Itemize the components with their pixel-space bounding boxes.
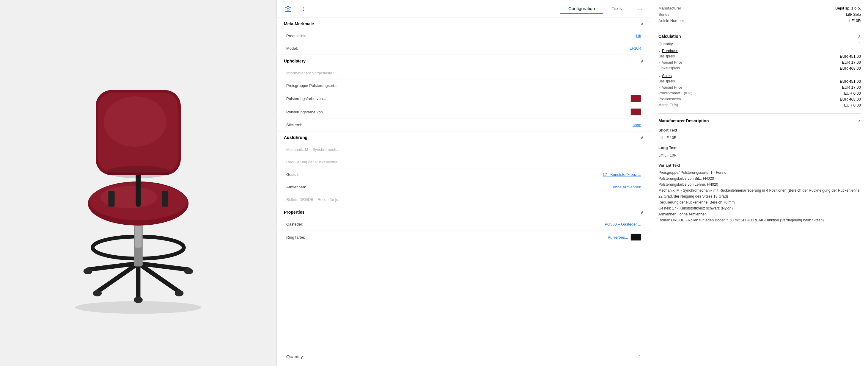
value-purchase-variant: EUR 17.00 xyxy=(842,60,861,64)
label-manufacturer: Manufacturer xyxy=(658,6,694,10)
label-model: Model: xyxy=(286,46,629,51)
value-manufacturer: Bejot sp. z o.o. xyxy=(835,6,861,10)
calculation-title-text: Calculation xyxy=(658,34,681,39)
calculation-title[interactable]: Calculation ∧ xyxy=(658,34,861,39)
manufacturer-desc-title-text: Manufacturer Description xyxy=(658,118,709,123)
value-armlehnen[interactable]: ohne Armlehnen xyxy=(613,185,641,189)
value-stickerei[interactable]: ohne xyxy=(632,122,641,127)
row-rollen: Rollen: DRGDB – Rollen für je... xyxy=(277,193,651,206)
chevron-manufacturer-desc: ∧ xyxy=(858,119,861,123)
section-title-ausfuhrung: Ausführung xyxy=(284,135,307,140)
value-gestell[interactable]: 17 - Kunststoffkreuz ... xyxy=(602,172,641,177)
sales-basispreis-row: Basispreis EUR 451.00 xyxy=(658,79,861,84)
value-positionsnetto: EUR 468.00 xyxy=(840,97,861,102)
row-informationen: Informationen: Vorgestellte F... xyxy=(277,67,651,80)
label-sales-variant: Variant Price xyxy=(662,85,682,90)
tab-more-button[interactable]: ··· xyxy=(635,4,645,13)
section-title-properties: Properties xyxy=(284,210,304,215)
row-mechanik: Mechanik: M – Synchromech... xyxy=(277,143,651,156)
purchase-collapse-icon: ∨ xyxy=(658,49,661,53)
value-einkaufspreis: EUR 468.00 xyxy=(840,66,861,71)
tab-configuration[interactable]: Configuration xyxy=(560,4,603,14)
row-polsterfarbe-lehne: Polsterungsfarbe von... xyxy=(277,105,651,119)
label-marge: Marge (0 %) xyxy=(658,103,678,107)
section-content-ausfuhrung: Mechanik: M – Synchromech... Regulierung… xyxy=(277,143,651,206)
purchase-variant-label-container: ∨ Variant Price xyxy=(658,60,682,64)
long-text-value: Lift LF 10R xyxy=(658,152,861,158)
label-mechanik: Mechanik: M – Synchromech... xyxy=(286,147,641,152)
sales-collapse-icon: ∨ xyxy=(658,74,661,78)
value-gasfeder[interactable]: PG380 – Gasfeder ... xyxy=(604,222,641,226)
swatch-polsterfarbe-sitz[interactable] xyxy=(630,95,641,102)
svg-point-27 xyxy=(303,6,304,7)
purchase-variant-collapse: ∨ xyxy=(658,60,661,64)
label-purchase-variant: Variant Price xyxy=(662,60,682,64)
variant-text-title: Variant Text xyxy=(658,163,861,169)
section-meta: Meta-Merkmale ∧ Produktlinie: Lift Model… xyxy=(277,18,651,55)
value-sales-basispreis: EUR 451.00 xyxy=(840,79,861,84)
config-header: Configuration Texts ··· xyxy=(277,0,651,18)
calc-quantity-value: 1 xyxy=(859,41,861,46)
label-series: Series xyxy=(658,12,694,17)
section-header-upholstery[interactable]: Upholstery ∧ xyxy=(277,55,651,67)
manufacturer-desc-title[interactable]: Manufacturer Description ∧ xyxy=(658,118,861,123)
label-positionsnetto: Positionsnetto xyxy=(658,97,681,102)
label-rollen: Rollen: DRGDB – Rollen für je... xyxy=(286,197,641,202)
value-produktlinie[interactable]: Lift xyxy=(636,34,641,38)
variant-text-value: Preisgruppe/ Polsterungssorte: 1 - Fenno… xyxy=(658,170,861,223)
value-sales-variant: EUR 17.00 xyxy=(842,85,861,90)
label-polsterfarbe-sitz: Polsterungsfarbe von... xyxy=(286,96,630,101)
config-body: Meta-Merkmale ∧ Produktlinie: Lift Model… xyxy=(277,18,651,347)
value-model[interactable]: LF10R xyxy=(629,46,641,51)
divider-2 xyxy=(658,113,861,114)
svg-rect-25 xyxy=(162,191,168,206)
svg-point-22 xyxy=(104,96,167,147)
section-header-meta[interactable]: Meta-Merkmale ∧ xyxy=(277,18,651,30)
row-model: Model: LF10R xyxy=(277,42,651,55)
row-preisgruppe: Preisgruppe/ Polsterungsort... xyxy=(277,80,651,92)
swatch-ring-farbe[interactable] xyxy=(630,233,641,241)
row-regulierung: Regulierung der Rückenlehne... xyxy=(277,156,651,168)
label-einkaufspreis: Einkaufspreis xyxy=(658,66,680,71)
sales-header[interactable]: ∨ Sales xyxy=(658,74,861,78)
value-ring-farbe[interactable]: Pulverbes... xyxy=(608,235,628,240)
sales-label: Sales xyxy=(662,74,672,78)
svg-point-6 xyxy=(93,290,102,297)
calc-quantity-row: Quantity 1 xyxy=(658,41,861,46)
svg-rect-24 xyxy=(108,191,115,206)
image-panel xyxy=(0,0,276,366)
row-stickerei: Stickerei: ohne xyxy=(277,119,651,131)
chevron-ausfuhrung: ∧ xyxy=(641,135,644,140)
sales-variant-row: ∨ Variant Price EUR 17.00 xyxy=(658,85,861,90)
label-preisgruppe: Preisgruppe/ Polsterungsort... xyxy=(286,83,641,88)
quantity-value: 1 xyxy=(639,354,641,359)
section-header-ausfuhrung[interactable]: Ausführung ∧ xyxy=(277,132,651,143)
chevron-calculation: ∧ xyxy=(858,34,861,39)
label-informationen: Informationen: Vorgestellte F... xyxy=(286,71,641,75)
label-gestell: Gestell: xyxy=(286,172,602,177)
section-properties: Properties ∧ Gasfeder: PG380 – Gasfeder … xyxy=(277,206,651,244)
svg-point-10 xyxy=(134,297,143,303)
purchase-header[interactable]: ∨ Purchase xyxy=(658,49,861,53)
chevron-meta: ∧ xyxy=(641,22,644,26)
row-gestell: Gestell: 17 - Kunststoffkreuz ... xyxy=(277,168,651,181)
long-text-title: Long Text xyxy=(658,145,861,151)
value-prozentrabatt: EUR 0.00 xyxy=(844,91,861,95)
sales-variant-label-container: ∨ Variant Price xyxy=(658,85,682,90)
swatch-polsterfarbe-lehne[interactable] xyxy=(630,108,641,115)
section-title-meta: Meta-Merkmale xyxy=(284,22,314,26)
more-options-button[interactable] xyxy=(298,4,309,14)
row-gasfeder: Gasfeder: PG380 – Gasfeder ... xyxy=(277,218,651,231)
chevron-upholstery: ∧ xyxy=(641,59,644,63)
section-header-properties[interactable]: Properties ∧ xyxy=(277,206,651,218)
row-produktlinie: Produktlinie: Lift xyxy=(277,30,651,42)
label-ring-farbe: Ring farbe: xyxy=(286,235,608,240)
section-content-meta: Produktlinie: Lift Model: LF10R xyxy=(277,30,651,55)
label-armlehnen: Armlehnen: xyxy=(286,185,613,189)
short-text-value: Lift LF 10R xyxy=(658,135,861,141)
quantity-footer: Quantity 1 xyxy=(277,347,651,366)
tab-texts[interactable]: Texts xyxy=(603,4,630,14)
purchase-basispreis-row: Basispreis EUR 451.00 xyxy=(658,54,861,59)
camera-button[interactable] xyxy=(283,4,293,14)
section-upholstery: Upholstery ∧ Informationen: Vorgestellte… xyxy=(277,55,651,132)
